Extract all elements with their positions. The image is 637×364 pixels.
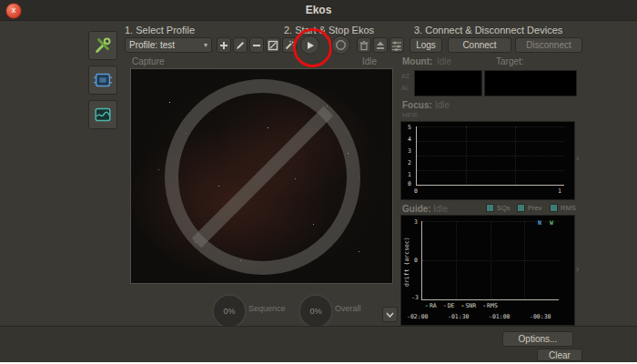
eject-button[interactable] bbox=[373, 37, 388, 53]
toggle-icon bbox=[550, 204, 558, 212]
profile-section-header: 1. Select Profile bbox=[125, 25, 195, 35]
plus-icon bbox=[218, 40, 229, 51]
legend-rms-label: RMS bbox=[487, 302, 498, 309]
ekos-window: x Ekos bbox=[0, 0, 637, 361]
focus-status: Idle bbox=[435, 100, 450, 110]
start-section-header: 2. Start & Stop Ekos bbox=[284, 25, 374, 35]
guide-toggle-prev[interactable]: Prev bbox=[517, 204, 541, 212]
guide-xtick: -02:00 bbox=[407, 313, 428, 320]
legend-snr-label: SNR bbox=[465, 302, 476, 309]
combo-arrow-icon: ▾ bbox=[204, 41, 207, 49]
sliders-icon bbox=[391, 40, 402, 51]
edit-profile-button[interactable] bbox=[233, 37, 248, 53]
titlebar: x Ekos bbox=[0, 0, 637, 21]
guide-xtick: -01:00 bbox=[489, 313, 510, 320]
options-button[interactable]: Options... bbox=[502, 331, 573, 347]
guide-ytick: -3 bbox=[411, 294, 419, 301]
start-ekos-button[interactable] bbox=[300, 35, 319, 55]
focus-label: Focus: bbox=[402, 100, 432, 110]
guide-label: Guide: bbox=[402, 204, 431, 214]
sequence-progress-value: 0% bbox=[223, 307, 235, 316]
guide-drift-plot: drift (arcsec) 3 0 -3 N W -RA -DE -SNR -… bbox=[400, 215, 575, 326]
focus-ytick: 1 bbox=[408, 171, 411, 178]
capture-preview bbox=[130, 68, 393, 284]
focus-ytick: 0 bbox=[408, 180, 411, 187]
starfield bbox=[131, 69, 132, 70]
compass-west-label: W bbox=[550, 219, 553, 227]
wand-icon bbox=[284, 40, 295, 51]
profile-combobox[interactable]: Profile: test ▾ bbox=[125, 37, 212, 53]
profile-wizard-button[interactable] bbox=[282, 37, 297, 53]
mount-label: Mount: bbox=[402, 56, 432, 66]
chevron-down-icon bbox=[386, 312, 394, 318]
mount-status: Idle bbox=[437, 56, 451, 66]
toggle-icon bbox=[517, 204, 525, 212]
guide-ytick: 0 bbox=[414, 257, 418, 264]
sidebar-item-ccd[interactable] bbox=[88, 66, 117, 95]
sidebar-item-setup[interactable] bbox=[88, 31, 117, 60]
guide-plot-legend: -RA -DE -SNR -RMS bbox=[425, 302, 498, 309]
guide-xtick: -01:30 bbox=[448, 313, 469, 320]
sequence-progress-label: Sequence bbox=[248, 304, 286, 313]
legend-ra-label: RA bbox=[430, 302, 437, 309]
focus-ytick: 4 bbox=[408, 136, 411, 143]
delete-profile-button[interactable] bbox=[249, 37, 264, 53]
guide-xtick: -00:30 bbox=[530, 313, 551, 320]
expand-summary-button[interactable] bbox=[382, 307, 398, 322]
capture-tab-label: Capture bbox=[132, 56, 165, 66]
logs-button[interactable]: Logs bbox=[410, 37, 442, 53]
profile-combobox-value: Profile: test bbox=[129, 40, 175, 50]
custom-drivers-button[interactable] bbox=[266, 37, 280, 53]
tools-icon bbox=[93, 35, 113, 56]
capture-status: Idle bbox=[362, 56, 377, 66]
stop-icon bbox=[336, 40, 346, 50]
compass-north-label: N bbox=[538, 219, 541, 227]
guide-toggle-label: SQs bbox=[497, 204, 511, 212]
guide-icon bbox=[93, 105, 113, 125]
ccd-icon bbox=[93, 70, 113, 90]
target-label: Target: bbox=[496, 56, 524, 66]
window-title: Ekos bbox=[0, 4, 637, 16]
screenshot-stage: x Ekos bbox=[0, 0, 637, 364]
focus-plot-scroll-button[interactable]: › bbox=[576, 153, 579, 163]
focus-ytick: 3 bbox=[408, 147, 411, 155]
guide-ytick: 3 bbox=[414, 218, 418, 226]
alt-label: AL bbox=[401, 85, 410, 91]
disconnect-button[interactable]: Disconnect bbox=[515, 37, 582, 53]
overall-progress-label: Overall bbox=[335, 304, 361, 313]
guide-plot-scroll-button[interactable]: › bbox=[576, 264, 579, 274]
fit-frame-icon bbox=[268, 40, 278, 51]
pencil-icon bbox=[235, 40, 246, 51]
mount-coords-display bbox=[414, 70, 482, 96]
guide-ylabel: drift (arcsec) bbox=[403, 227, 410, 287]
add-profile-button[interactable] bbox=[217, 37, 231, 53]
trash-icon bbox=[359, 40, 369, 51]
sequence-progress: 0% bbox=[212, 294, 247, 329]
stop-ekos-button[interactable] bbox=[331, 35, 350, 55]
overall-progress-value: 0% bbox=[309, 307, 321, 316]
eject-icon bbox=[375, 40, 386, 51]
ekos-options-button[interactable] bbox=[389, 37, 404, 53]
az-label: AZ bbox=[401, 73, 410, 79]
guide-toggle-sqs[interactable]: SQs bbox=[486, 204, 511, 212]
sidebar-item-guide[interactable] bbox=[88, 100, 117, 129]
focus-xtick: 1 bbox=[558, 187, 561, 195]
overall-progress: 0% bbox=[298, 294, 333, 329]
guide-toggle-label: Prev bbox=[528, 204, 541, 212]
guide-toggle-label: RMS bbox=[561, 204, 576, 212]
legend-de-label: DE bbox=[448, 302, 455, 309]
minus-icon bbox=[251, 40, 262, 51]
guide-toggle-rms[interactable]: RMS bbox=[550, 204, 576, 212]
hfr-label: HFR: bbox=[402, 111, 420, 119]
play-icon bbox=[306, 41, 315, 50]
focus-ytick: 2 bbox=[408, 159, 411, 167]
connect-button[interactable]: Connect bbox=[448, 37, 511, 53]
guide-status: Idle bbox=[433, 204, 448, 214]
devices-section-header: 3. Connect & Disconnect Devices bbox=[414, 25, 562, 35]
focus-xtick: 0 bbox=[414, 187, 418, 195]
target-coords-display bbox=[484, 70, 577, 96]
trash-button[interactable] bbox=[357, 37, 371, 53]
footer-bar: Options... Clear bbox=[0, 326, 637, 362]
clear-button[interactable]: Clear bbox=[537, 349, 582, 361]
focus-hfr-plot: 5 4 3 2 1 0 0 1 bbox=[400, 121, 575, 200]
